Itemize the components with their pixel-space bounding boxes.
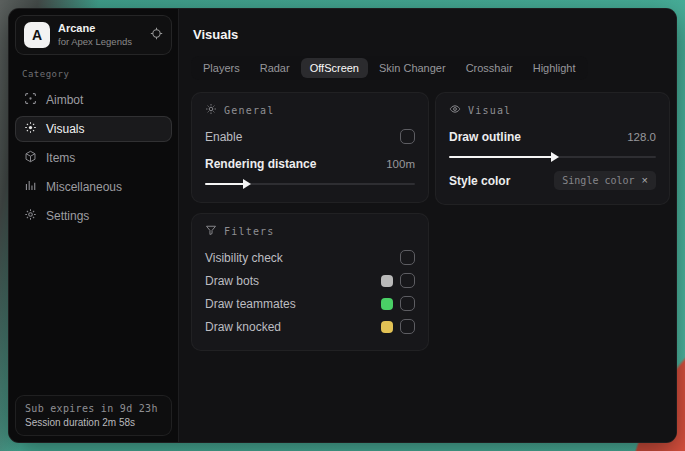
visuals-iris-icon [24,121,37,137]
sidebar-item-aimbot[interactable]: Aimbot [15,87,172,113]
tab-skin-changer[interactable]: Skin Changer [370,58,455,78]
settings-gear-icon [24,208,37,224]
tab-radar[interactable]: Radar [251,58,299,78]
page-title: Visuals [193,27,670,42]
tab-players[interactable]: Players [194,58,249,78]
draw-outline-value: 128.0 [627,131,656,143]
draw-knocked-color-swatch[interactable] [381,321,393,333]
slider-fill [449,156,553,158]
app-window: A Arcane for Apex Legends Category [8,8,677,443]
sidebar-item-settings[interactable]: Settings [15,203,172,229]
draw-bots-color-swatch[interactable] [381,275,393,287]
visual-panel: Visual Draw outline 128.0 Style color [435,92,670,205]
main-content: Visuals Players Radar OffScreen Skin Cha… [179,9,677,442]
sidebar-item-label: Items [46,151,75,165]
draw-bots-label: Draw bots [205,274,259,288]
panel-title: Filters [224,226,275,237]
rendering-distance-slider[interactable] [205,179,415,189]
sidebar-item-label: Aimbot [46,93,83,107]
panel-title: General [224,105,275,116]
sidebar: A Arcane for Apex Legends Category [9,9,179,442]
tab-crosshair[interactable]: Crosshair [457,58,522,78]
draw-knocked-checkbox[interactable] [400,319,415,334]
draw-teammates-checkbox[interactable] [400,296,415,311]
style-color-label: Style color [449,174,510,188]
sidebar-item-label: Settings [46,209,89,223]
sidebar-item-visuals[interactable]: Visuals [15,116,172,142]
sun-icon [205,103,217,117]
sidebar-nav: Aimbot Visuals Items [15,87,172,229]
tab-offscreen[interactable]: OffScreen [301,58,368,78]
general-panel: General Enable Rendering distance 100m [191,92,429,203]
draw-knocked-label: Draw knocked [205,320,281,334]
enable-label: Enable [205,130,242,144]
crosshair-icon[interactable] [150,26,163,44]
draw-teammates-label: Draw teammates [205,297,296,311]
app-subtitle: for Apex Legends [58,36,142,48]
eye-icon [449,103,461,117]
draw-teammates-color-swatch[interactable] [381,298,393,310]
sub-expires-text: Sub expires in 9d 23h [25,403,162,414]
enable-checkbox[interactable] [400,129,415,144]
draw-bots-checkbox[interactable] [400,273,415,288]
sidebar-item-items[interactable]: Items [15,145,172,171]
tab-bar: Players Radar OffScreen Skin Changer Cro… [191,56,588,80]
panel-title: Visual [468,105,511,116]
filter-funnel-icon [205,224,217,238]
aimbot-scan-icon [24,92,37,108]
filters-panel: Filters Visibility check Draw bots [191,213,429,351]
brand-card[interactable]: A Arcane for Apex Legends [15,15,172,55]
app-name: Arcane [58,22,142,36]
tab-highlight[interactable]: Highlight [524,58,585,78]
clear-x-icon[interactable]: × [642,175,648,186]
visibility-check-checkbox[interactable] [400,250,415,265]
style-color-select[interactable]: Single color × [554,171,656,190]
draw-outline-label: Draw outline [449,130,521,144]
draw-outline-slider[interactable] [449,152,656,162]
items-cube-icon [24,150,37,166]
slider-thumb[interactable] [551,152,559,162]
sidebar-item-label: Miscellaneous [46,180,122,194]
app-logo: A [24,22,50,48]
brand-text: Arcane for Apex Legends [58,22,142,48]
rendering-distance-value: 100m [386,158,415,170]
sidebar-item-miscellaneous[interactable]: Miscellaneous [15,174,172,200]
style-color-selected-value: Single color [562,175,634,186]
session-duration-text: Session duration 2m 58s [25,417,162,428]
slider-fill [205,183,245,185]
slider-thumb[interactable] [243,179,251,189]
visibility-check-label: Visibility check [205,251,283,265]
subscription-card: Sub expires in 9d 23h Session duration 2… [15,395,172,436]
rendering-distance-label: Rendering distance [205,157,316,171]
category-label: Category [22,69,172,79]
misc-columns-icon [24,179,37,195]
sidebar-item-label: Visuals [46,122,84,136]
